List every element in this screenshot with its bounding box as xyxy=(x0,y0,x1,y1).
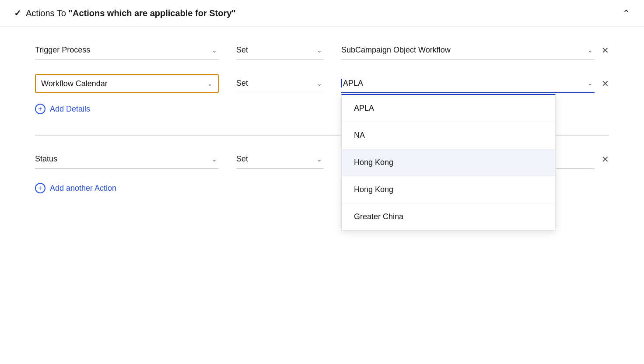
workflow-calendar-field: Workflow Calendar ⌄ xyxy=(35,74,219,93)
workflow-set-field: Set ⌄ xyxy=(236,74,324,93)
dropdown-item-apla[interactable]: APLA xyxy=(342,95,555,122)
header-left: ✓ Actions To "Actions which are applicab… xyxy=(14,8,236,18)
trigger-value-field: SubCampaign Object Workflow ⌄ xyxy=(341,41,595,60)
main-content: Trigger Process ⌄ Set ⌄ SubCampaign Obje… xyxy=(0,27,644,228)
workflow-value-chevron: ⌄ xyxy=(588,80,593,87)
trigger-set-chevron: ⌄ xyxy=(317,47,322,54)
dropdown-item-hk1[interactable]: Hong Kong xyxy=(342,149,555,176)
workflow-calendar-select[interactable]: Workflow Calendar ⌄ xyxy=(35,74,219,93)
trigger-value-select[interactable]: SubCampaign Object Workflow ⌄ xyxy=(341,41,595,60)
status-set-field: Set ⌄ xyxy=(236,150,324,169)
dropdown-item-hk2[interactable]: Hong Kong xyxy=(342,176,555,203)
workflow-set-chevron: ⌄ xyxy=(317,80,322,87)
text-cursor xyxy=(341,79,342,88)
trigger-value-label: SubCampaign Object Workflow xyxy=(341,46,584,55)
status-label: Status xyxy=(35,154,57,164)
trigger-value-chevron: ⌄ xyxy=(588,47,593,54)
trigger-row-close[interactable]: ✕ xyxy=(602,46,609,55)
trigger-process-label: Trigger Process xyxy=(35,46,90,55)
workflow-dropdown-menu: APLA NA Hong Kong Hong Kong Greater Chin… xyxy=(341,94,556,231)
trigger-process-row: Trigger Process ⌄ Set ⌄ SubCampaign Obje… xyxy=(35,41,609,60)
collapse-button[interactable]: ⌃ xyxy=(623,9,630,18)
trigger-process-field: Trigger Process ⌄ xyxy=(35,41,219,60)
workflow-value-select[interactable]: APLA ⌄ xyxy=(341,74,595,93)
workflow-calendar-row: Workflow Calendar ⌄ Set ⌄ APLA ⌄ AP xyxy=(35,74,609,93)
trigger-process-chevron: ⌄ xyxy=(212,47,217,54)
status-row-close[interactable]: ✕ xyxy=(602,155,609,164)
add-action-icon[interactable]: + xyxy=(35,183,46,193)
header-bar: ✓ Actions To "Actions which are applicab… xyxy=(0,0,644,27)
workflow-set-label: Set xyxy=(236,79,248,88)
workflow-value-label: APLA xyxy=(343,79,584,88)
trigger-process-select[interactable]: Trigger Process ⌄ xyxy=(35,41,219,60)
trigger-set-select[interactable]: Set ⌄ xyxy=(236,41,324,60)
check-icon: ✓ xyxy=(14,8,21,18)
add-details-link[interactable]: Add Details xyxy=(50,105,90,114)
add-details-icon[interactable]: + xyxy=(35,104,46,114)
header-title: Actions To "Actions which are applicable… xyxy=(26,8,236,18)
status-field: Status ⌄ xyxy=(35,150,219,169)
status-set-label: Set xyxy=(236,154,248,164)
status-set-select[interactable]: Set ⌄ xyxy=(236,150,324,169)
workflow-value-field: APLA ⌄ APLA NA Hong Kong Hong Kong Great… xyxy=(341,74,595,93)
workflow-calendar-label: Workflow Calendar xyxy=(41,79,108,88)
status-set-chevron: ⌄ xyxy=(317,156,322,163)
page-container: ✓ Actions To "Actions which are applicab… xyxy=(0,0,644,364)
status-chevron: ⌄ xyxy=(212,156,217,163)
workflow-calendar-chevron: ⌄ xyxy=(207,80,213,87)
dropdown-item-na[interactable]: NA xyxy=(342,122,555,149)
header-title-bold: "Actions which are applicable for Story" xyxy=(68,8,235,18)
dropdown-item-gc[interactable]: Greater China xyxy=(342,203,555,230)
workflow-row-close[interactable]: ✕ xyxy=(602,79,609,88)
add-action-link[interactable]: Add another Action xyxy=(50,184,116,193)
trigger-set-label: Set xyxy=(236,46,248,55)
workflow-set-select[interactable]: Set ⌄ xyxy=(236,74,324,93)
trigger-set-field: Set ⌄ xyxy=(236,41,324,60)
status-select[interactable]: Status ⌄ xyxy=(35,150,219,169)
